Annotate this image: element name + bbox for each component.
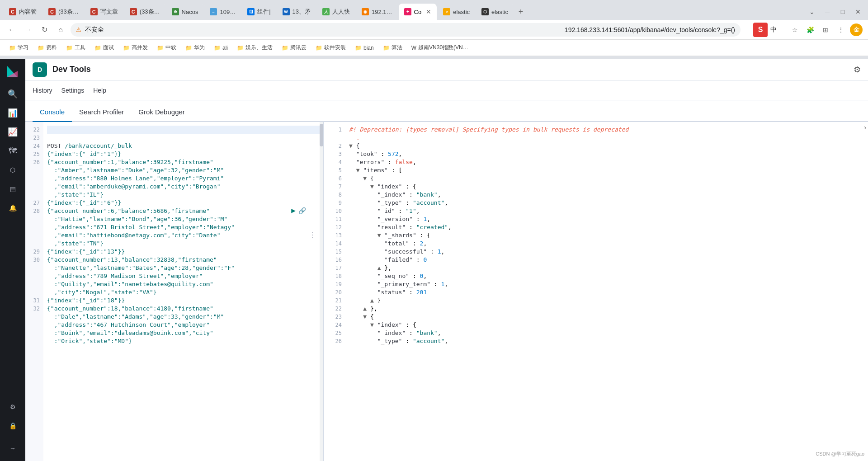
topnav-help[interactable]: Help [93, 85, 106, 96]
sidebar-icon-discover[interactable]: 🔍 [4, 85, 22, 103]
sidebar-icon-dashboard[interactable]: 📊 [4, 104, 22, 122]
tab-search-button[interactable]: ⌄ [806, 5, 818, 18]
bookmark-suanfa[interactable]: 📁 算法 [379, 43, 406, 52]
copy-button[interactable]: 🔗 [298, 207, 306, 215]
bookmark-icon: 📁 [185, 45, 192, 51]
run-button[interactable]: ▶ [291, 207, 296, 215]
nav-bar: ← → ↻ ⌂ ⚠ 不安全 192.168.233.141:5601/app/k… [0, 20, 868, 40]
right-scroll-arrow[interactable]: › [864, 124, 866, 131]
tab-console[interactable]: Console [33, 103, 72, 122]
collapse-arrow[interactable]: ▼ [349, 142, 356, 149]
devtools-topnav: History Settings Help [25, 80, 868, 100]
bookmark-yule[interactable]: 📁 娱乐、生活 [233, 43, 276, 52]
editor-content[interactable]: 22 23 24 25 26 27 28 [25, 122, 323, 461]
code-line: {"account_number":6,"balance":5686,"firs… [47, 207, 320, 215]
sidebar-icon-devtools[interactable]: ⚙ [4, 398, 22, 416]
menu-button[interactable]: ⋮ [835, 24, 847, 36]
devtools-editor: 22 23 24 25 26 27 28 [25, 122, 868, 461]
browser-tab-8[interactable]: W 13、矛 [277, 4, 316, 20]
code-area[interactable]: POST /bank/account/_bulk {"index":{"_id"… [43, 122, 323, 461]
collapse-arrow[interactable]: ▼ [370, 183, 374, 190]
output-line-numbers: 1 2 3 4 5 6 7 8 9 10 11 12 [324, 126, 345, 457]
sidebar-icon-lock[interactable]: 🔒 [4, 417, 22, 435]
kibana-sidebar: 🔍 📊 📈 🗺 ⬡ ▤ 🔔 ⚙ 🔒 → [0, 59, 25, 461]
collapse-arrow[interactable]: ▲ [377, 264, 381, 271]
browser-tab-2[interactable]: C (33条… [43, 4, 84, 20]
output-content[interactable]: 1 2 3 4 5 6 7 8 9 10 11 12 [324, 122, 868, 461]
bookmark-icon: 📁 [316, 45, 322, 51]
bookmark-bian[interactable]: 📁 bian [351, 44, 377, 52]
collapse-arrow[interactable]: ▼ [363, 313, 367, 320]
bookmark-mianshi[interactable]: 📁 面试 [91, 43, 118, 52]
bookmark-ali[interactable]: 📁 ali [210, 44, 231, 52]
browser-tab-7[interactable]: 组 组件| [242, 4, 276, 20]
left-scrollbar[interactable] [320, 122, 323, 461]
browser-tab-4[interactable]: C (33条… [124, 4, 165, 20]
bookmark-huawei[interactable]: 📁 华为 [182, 43, 208, 52]
bookmark-ruanjian[interactable]: 📁 软件安装 [312, 43, 349, 52]
browser-tab-1[interactable]: C 内容管 [4, 4, 42, 20]
bookmark-xuexi[interactable]: 📁 学习 [5, 43, 32, 52]
back-button[interactable]: ← [5, 24, 18, 36]
browser-tab-6[interactable]: … 109… [204, 4, 241, 20]
output-line: "took" : 572, [349, 150, 864, 158]
left-scroll-thumb[interactable] [320, 124, 323, 146]
bookmark-button[interactable]: ☆ [788, 24, 801, 36]
code-line: ,"email":"amberduke@pyrami.com","city":"… [47, 183, 320, 191]
bookmark-tengxunyun[interactable]: 📁 腾讯云 [278, 43, 310, 52]
sidebar-icon-ml[interactable]: ⬡ [4, 161, 22, 179]
refresh-button[interactable]: ↻ [38, 24, 51, 36]
new-tab-button[interactable]: + [514, 5, 527, 18]
sidebar-icon-visualize[interactable]: 📈 [4, 123, 22, 141]
watermark: CSDN @学习至死gao [816, 451, 864, 457]
bookmark-gaobingfa[interactable]: 📁 高并发 [119, 43, 151, 52]
address-bar[interactable]: ⚠ 不安全 192.168.233.141:5601/app/kibana#/d… [71, 23, 741, 37]
browser-tab-5[interactable]: ⊕ Nacos [166, 4, 204, 20]
tab-controls: ⌄ ─ □ ✕ [806, 5, 864, 18]
close-button[interactable]: ✕ [852, 5, 864, 18]
bookmark-vn30[interactable]: W 越南VN30指数(VN… [408, 43, 472, 52]
collapse-arrow[interactable]: ▼ [363, 175, 367, 182]
browser-tab-9[interactable]: 人 人人快 [317, 4, 355, 20]
bookmark-gongju[interactable]: 📁 工具 [62, 43, 89, 52]
extensions-button[interactable]: 🧩 [804, 24, 816, 36]
collapse-arrow[interactable]: ▼ [356, 167, 360, 174]
output-line: ▲ }, [349, 264, 864, 272]
bookmark-zhongru[interactable]: 📁 中软 [153, 43, 180, 52]
collapse-arrow[interactable]: ▲ [363, 305, 367, 312]
topnav-history[interactable]: History [33, 85, 52, 96]
code-line: ,"city":"Nogal","state":"VA"} [47, 288, 320, 296]
maximize-button[interactable]: □ [836, 5, 849, 18]
output-line: . [349, 134, 864, 142]
forward-button[interactable]: → [22, 24, 34, 36]
collapse-arrow[interactable]: ▼ [370, 321, 374, 328]
browser-tab-10[interactable]: ◉ 192.1… [356, 4, 398, 20]
browser-tab-11[interactable]: ✦ Co ✕ [399, 4, 437, 20]
browser-tab-13[interactable]: ⬡ elastic [476, 4, 514, 20]
output-line: "_primary_term" : 1, [349, 280, 864, 288]
extensions2-button[interactable]: ⊞ [819, 24, 832, 36]
output-line: "status" : 201 [349, 288, 864, 296]
sidebar-icon-alerts[interactable]: 🔔 [4, 199, 22, 217]
devtools-header: D Dev Tools ⚙ [25, 59, 868, 80]
profile-button[interactable]: 金 [850, 24, 863, 36]
bookmark-ziliao[interactable]: 📁 资料 [34, 43, 61, 52]
browser-tab-3[interactable]: C 写文章 [85, 4, 123, 20]
header-settings-icon[interactable]: ⚙ [854, 65, 861, 75]
sidebar-icon-collapse[interactable]: → [4, 439, 22, 457]
sidebar-icon-maps[interactable]: 🗺 [4, 142, 22, 160]
kibana-logo[interactable] [4, 62, 22, 80]
address-url: 192.168.233.141:5601/app/kibana#/dev_too… [565, 26, 735, 33]
topnav-settings[interactable]: Settings [61, 85, 85, 96]
tab-close-button[interactable]: ✕ [426, 8, 431, 15]
collapse-arrow[interactable]: ▲ [370, 297, 374, 304]
browser-tab-12[interactable]: e elastic [438, 4, 475, 20]
tab-grok-debugger[interactable]: Grok Debugger [131, 103, 192, 122]
sidebar-icon-stack[interactable]: ▤ [4, 180, 22, 198]
minimize-button[interactable]: ─ [821, 5, 834, 18]
tab-search-profiler[interactable]: Search Profiler [72, 103, 131, 122]
collapse-arrow[interactable]: ▼ [377, 232, 381, 239]
bookmark-icon: W [411, 45, 416, 51]
kibana-main: D Dev Tools ⚙ History Settings Help Cons… [25, 59, 868, 461]
home-button[interactable]: ⌂ [54, 24, 67, 36]
